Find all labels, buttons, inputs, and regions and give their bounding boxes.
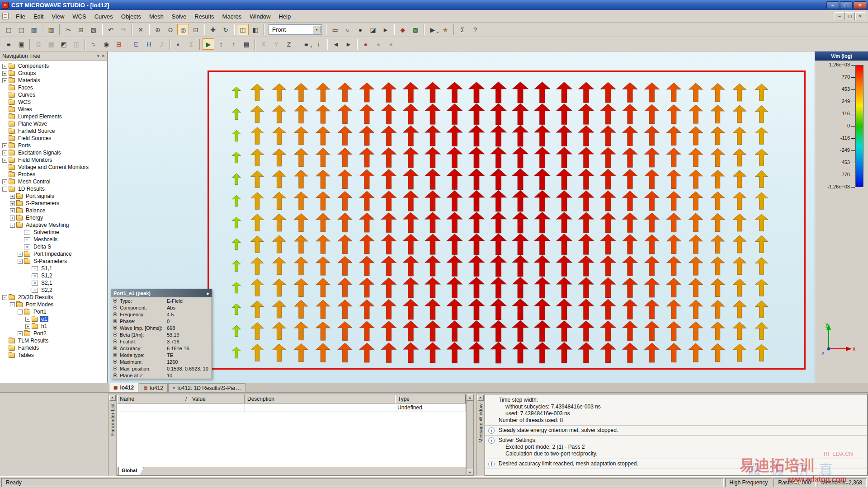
- boolean-icon[interactable]: ◪: [367, 24, 379, 35]
- sort-direction-icon[interactable]: /: [185, 396, 187, 402]
- tree-item-port1[interactable]: -Port1: [0, 308, 107, 315]
- y-cutplane-icon[interactable]: Y: [270, 38, 282, 50]
- tree-item-field-monitors[interactable]: +Field Monitors: [0, 156, 107, 164]
- collapse-icon[interactable]: -: [2, 295, 7, 300]
- eye-icon[interactable]: [113, 326, 117, 330]
- tree-item-s2-1[interactable]: ≈S2,1: [0, 279, 107, 286]
- parameter-scrollbar[interactable]: ▲ ▼: [466, 394, 473, 476]
- tree-item-curves[interactable]: Curves: [0, 91, 107, 99]
- units-icon[interactable]: Ω: [33, 38, 44, 50]
- document-icon[interactable]: [2, 13, 9, 19]
- tree-item-wires[interactable]: Wires: [0, 106, 107, 113]
- tree-item-farfield-source[interactable]: Farfield Source: [0, 127, 107, 135]
- paste-icon[interactable]: ▧: [88, 24, 99, 35]
- tree-item-s-parameters[interactable]: +S-Parameters: [0, 200, 107, 207]
- expand-icon[interactable]: +: [10, 201, 15, 206]
- cutting-plane-icon[interactable]: ◧: [250, 24, 261, 35]
- tree-item-lumped-elements[interactable]: Lumped Elements: [0, 113, 107, 120]
- copy-icon[interactable]: ⊞: [75, 24, 87, 35]
- context-help-icon[interactable]: ?: [469, 24, 481, 35]
- tree-item-tables[interactable]: Tables: [0, 352, 107, 359]
- eye-icon[interactable]: [113, 373, 117, 377]
- menu-edit[interactable]: Edit: [29, 11, 47, 22]
- global-tab[interactable]: Global: [118, 467, 144, 475]
- collapse-icon[interactable]: -: [10, 302, 15, 307]
- pan-icon[interactable]: ✚: [207, 24, 219, 35]
- mdi-minimize-button[interactable]: –: [835, 12, 844, 20]
- expand-icon[interactable]: +: [2, 78, 7, 83]
- tree-item-meshcells[interactable]: ≈Meshcells: [0, 236, 107, 243]
- green-marker-icon[interactable]: ●: [373, 38, 384, 50]
- tree-item-mesh-control[interactable]: +Mesh Control: [0, 178, 107, 185]
- start-solver-icon[interactable]: ▶▾: [427, 24, 439, 35]
- print-icon[interactable]: ▥: [45, 24, 57, 35]
- tree-item-s1-1[interactable]: ≈S1,1: [0, 265, 107, 272]
- zoom-out-icon[interactable]: ⊖: [165, 24, 176, 35]
- expand-icon[interactable]: +: [10, 216, 15, 221]
- menu-macros[interactable]: Macros: [218, 11, 246, 22]
- farfield-plot-icon[interactable]: ◐: [173, 38, 184, 50]
- table-row[interactable]: Undefined: [117, 404, 466, 412]
- expand-icon[interactable]: +: [2, 64, 7, 69]
- eye-icon[interactable]: [113, 360, 117, 364]
- viewport-3d[interactable]: Port1_e1 (peak) ▸ Type:E-FieldComponent:…: [108, 52, 815, 383]
- expand-icon[interactable]: +: [10, 208, 15, 213]
- menu-help[interactable]: Help: [274, 11, 295, 22]
- view-direction-select[interactable]: Front▾: [269, 24, 322, 35]
- close-button[interactable]: ✕: [854, 1, 866, 9]
- expand-icon[interactable]: +: [25, 324, 30, 329]
- expand-icon[interactable]: +: [18, 331, 23, 336]
- save-file-icon[interactable]: ▦: [28, 24, 40, 35]
- menu-results[interactable]: Results: [190, 11, 218, 22]
- tree-item-s-parameters[interactable]: -S-Parameters: [0, 258, 107, 265]
- animate-field-icon[interactable]: ▶: [203, 38, 214, 50]
- eye-icon[interactable]: [113, 299, 117, 303]
- info-box-header[interactable]: Port1_e1 (peak) ▸: [111, 289, 212, 297]
- blue-marker-icon[interactable]: ●: [385, 38, 397, 50]
- scale-field-icon[interactable]: ↕: [215, 38, 227, 50]
- nav-menu-button[interactable]: ▾: [97, 54, 99, 58]
- menu-curves[interactable]: Curves: [90, 11, 117, 22]
- z-cutplane-icon[interactable]: Z: [283, 38, 295, 50]
- new-file-icon[interactable]: ▢: [3, 24, 14, 35]
- tree-item-2d-3d-results[interactable]: -2D/3D Results: [0, 294, 107, 301]
- menu-solve[interactable]: Solve: [168, 11, 191, 22]
- frequency-range-icon[interactable]: ≈: [88, 38, 99, 50]
- scroll-up-icon[interactable]: ▲: [467, 394, 473, 401]
- menu-view[interactable]: View: [47, 11, 68, 22]
- cylinder-icon[interactable]: ○: [342, 24, 354, 35]
- expand-icon[interactable]: +: [25, 317, 30, 322]
- plot-info-icon[interactable]: i: [313, 38, 325, 50]
- tree-item-s2-2[interactable]: ≈S2,2: [0, 286, 107, 294]
- parameters-icon[interactable]: ▣: [15, 38, 27, 50]
- x-cutplane-icon[interactable]: X: [258, 38, 269, 50]
- collapse-icon[interactable]: -: [18, 310, 23, 314]
- tree-item-excitation-signals[interactable]: +Excitation Signals: [0, 149, 107, 156]
- delete-icon[interactable]: ✕: [135, 24, 146, 35]
- result-template-icon[interactable]: Σ: [185, 38, 197, 50]
- tree-item-farfields[interactable]: Farfields: [0, 344, 107, 352]
- undo-icon[interactable]: ↶: [105, 24, 117, 35]
- arrow-plot-icon[interactable]: ↑: [228, 38, 240, 50]
- tree-item-voltage-and-current-monitors[interactable]: Voltage and Current Monitors: [0, 164, 107, 171]
- menu-wcs[interactable]: WCS: [68, 11, 90, 22]
- tree-item-plane-wave[interactable]: Plane Wave: [0, 120, 107, 127]
- surface-current-icon[interactable]: J: [156, 38, 167, 50]
- eye-icon[interactable]: [113, 333, 117, 337]
- brick-icon[interactable]: ▭: [329, 24, 341, 35]
- scroll-down-icon[interactable]: ▼: [467, 469, 473, 476]
- tree-item-port2[interactable]: +Port2: [0, 330, 107, 337]
- next-result-icon[interactable]: ►: [343, 38, 354, 50]
- e-field-icon[interactable]: E: [130, 38, 142, 50]
- tree-item-s1-2[interactable]: ≈S1,2: [0, 272, 107, 279]
- plot-properties-icon[interactable]: ≡▾: [300, 38, 312, 50]
- tree-item-materials[interactable]: +Materials: [0, 77, 107, 84]
- eye-icon[interactable]: [113, 366, 117, 371]
- tree-item-adaptive-meshing[interactable]: -Adaptive Meshing: [0, 221, 107, 229]
- tree-item-components[interactable]: +Components: [0, 62, 107, 70]
- menu-window[interactable]: Window: [245, 11, 274, 22]
- column-header-value[interactable]: Value: [189, 394, 245, 404]
- eye-icon[interactable]: [113, 305, 117, 310]
- expand-icon[interactable]: +: [10, 194, 15, 199]
- zoom-window-icon[interactable]: ◎: [177, 24, 189, 35]
